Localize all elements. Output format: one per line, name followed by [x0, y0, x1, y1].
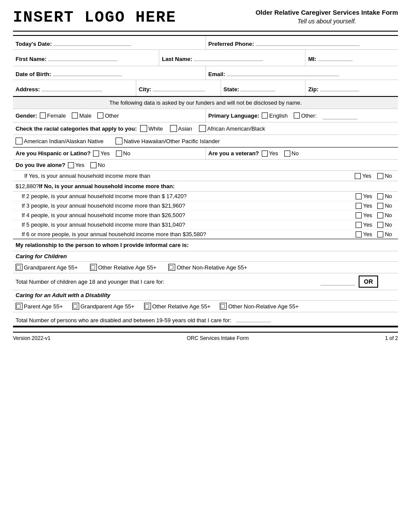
email-input[interactable]	[227, 68, 339, 76]
income-row-4-no[interactable]: No	[377, 231, 392, 237]
race-white[interactable]: White	[140, 125, 163, 132]
income-row-2-no-label: No	[385, 212, 392, 218]
gender-other-checkbox[interactable]	[97, 112, 103, 119]
mi-input[interactable]	[318, 53, 353, 61]
race-african-american[interactable]: African American/Black	[199, 125, 265, 132]
gender-female[interactable]: Female	[40, 112, 66, 119]
income-row-1-no[interactable]: No	[377, 202, 392, 209]
caring-adult-total-input[interactable]	[236, 314, 271, 322]
live-alone-no[interactable]: No	[90, 162, 105, 168]
dob-input[interactable]	[53, 68, 122, 76]
city-input[interactable]	[153, 83, 205, 91]
income-row-2-yes[interactable]: Yes	[356, 212, 372, 218]
veteran-yes-checkbox[interactable]	[262, 151, 268, 157]
last-name-input[interactable]	[194, 53, 263, 61]
income-row-0-no[interactable]: No	[377, 193, 392, 199]
caring-adult-parent-checkbox[interactable]: ☐	[16, 303, 22, 310]
caring-adult-other-relative[interactable]: ☐ Other Relative Age 55+	[144, 303, 211, 310]
income-row-3-yn: Yes No	[356, 221, 395, 228]
caring-adult-total-text: Total Number of persons who are disabled…	[16, 317, 231, 324]
race-african-american-checkbox[interactable]	[199, 125, 206, 132]
race-american-indian[interactable]: American Indian/Alaskan Native	[16, 138, 103, 144]
language-other-input[interactable]	[323, 112, 357, 119]
col-first-name: First Name:	[13, 50, 159, 66]
caring-children-total-input[interactable]	[321, 278, 355, 285]
income-row-1-no-checkbox[interactable]	[377, 203, 383, 209]
or-box: OR	[359, 276, 378, 288]
row-gender-language: Gender: Female Male Other Primary Langua…	[13, 109, 398, 122]
if-yes-yes-checkbox[interactable]	[355, 173, 361, 179]
todays-date-input[interactable]	[53, 38, 131, 46]
income-row-2-yes-checkbox[interactable]	[356, 212, 362, 218]
caring-adult-other-non-relative[interactable]: ☐ Other Non-Relative Age 55+	[220, 303, 299, 310]
caring-children-grandparent[interactable]: ☐ Grandparent Age 55+	[16, 264, 78, 271]
language-other[interactable]: Other:	[294, 112, 317, 119]
race-native-hawaiian-checkbox[interactable]	[116, 138, 122, 144]
live-alone-yes-checkbox[interactable]	[68, 162, 74, 168]
income-row-0-yes-checkbox[interactable]	[356, 193, 362, 199]
caring-adult-grandparent[interactable]: ☐ Grandparent Age 55+	[72, 303, 135, 310]
income-row-0-yes[interactable]: Yes	[356, 193, 372, 199]
language-section: Primary Language: English Other:	[206, 109, 398, 122]
last-name-label: Last Name:	[162, 56, 192, 62]
caring-children-grandparent-checkbox[interactable]: ☐	[16, 264, 22, 271]
hispanic-yes[interactable]: Yes	[93, 150, 109, 157]
income-row-1-yes[interactable]: Yes	[356, 202, 372, 209]
income-row-3-yes[interactable]: Yes	[356, 221, 372, 228]
race-american-indian-checkbox[interactable]	[16, 138, 22, 144]
race-white-checkbox[interactable]	[140, 125, 147, 132]
income-row-4-yes-checkbox[interactable]	[356, 231, 362, 237]
veteran-yes[interactable]: Yes	[262, 150, 278, 157]
income-row-0-no-checkbox[interactable]	[377, 193, 383, 199]
race-asian-checkbox[interactable]	[170, 125, 177, 132]
race-asian[interactable]: Asian	[170, 125, 193, 132]
income-row-3-no-checkbox[interactable]	[377, 222, 383, 228]
address-input[interactable]	[42, 83, 102, 91]
hispanic-yes-checkbox[interactable]	[93, 151, 99, 157]
hispanic-no-checkbox[interactable]	[116, 151, 122, 157]
gender-male[interactable]: Male	[72, 112, 91, 119]
caring-adult-other-non-relative-checkbox[interactable]: ☐	[220, 303, 227, 310]
row-name: First Name: Last Name: MI:	[13, 50, 398, 66]
language-english-checkbox[interactable]	[262, 112, 268, 119]
income-row-3-no[interactable]: No	[377, 221, 392, 228]
income-row-3-yes-checkbox[interactable]	[356, 222, 362, 228]
caring-adult-parent[interactable]: ☐ Parent Age 55+	[16, 303, 63, 310]
state-input[interactable]	[241, 83, 275, 91]
zip-input[interactable]	[320, 83, 359, 91]
caring-children-other-non-relative-checkbox[interactable]: ☐	[168, 264, 175, 271]
caring-children-other-relative-checkbox[interactable]: ☐	[90, 264, 97, 271]
gender-other[interactable]: Other	[97, 112, 119, 119]
income-row-1-yes-checkbox[interactable]	[356, 203, 362, 209]
first-name-input[interactable]	[48, 53, 117, 61]
if-yes-yes[interactable]: Yes	[355, 173, 371, 179]
city-label: City:	[139, 86, 151, 93]
caring-children-other-non-relative[interactable]: ☐ Other Non-Relative Age 55+	[168, 264, 247, 271]
hispanic-label: Are you Hispanic or Latino?	[16, 150, 90, 157]
income-row-0-text: If 2 people, is your annual household in…	[22, 193, 356, 199]
col-city: City:	[136, 80, 221, 96]
race-native-hawaiian[interactable]: Native Hawaiian/Other Pacific Islander	[116, 138, 220, 144]
primary-language-label: Primary Language:	[209, 112, 260, 119]
caring-adult-other-relative-checkbox[interactable]: ☐	[144, 303, 151, 310]
if-yes-no-checkbox[interactable]	[377, 173, 383, 179]
language-english[interactable]: English	[262, 112, 288, 119]
if-yes-no[interactable]: No	[377, 173, 392, 179]
income-row-4-no-checkbox[interactable]	[377, 231, 383, 237]
hispanic-no[interactable]: No	[116, 150, 131, 157]
language-other-checkbox[interactable]	[294, 112, 300, 119]
preferred-phone-input[interactable]	[256, 38, 360, 46]
gender-female-checkbox[interactable]	[40, 112, 46, 119]
veteran-no[interactable]: No	[284, 150, 299, 157]
live-alone-yes[interactable]: Yes	[68, 162, 84, 168]
veteran-no-checkbox[interactable]	[284, 151, 290, 157]
caring-children-other-relative[interactable]: ☐ Other Relative Age 55+	[90, 264, 157, 271]
income-row-2-no[interactable]: No	[377, 212, 392, 218]
gender-male-checkbox[interactable]	[72, 112, 78, 119]
income-row-4-yes[interactable]: Yes	[356, 231, 372, 237]
caring-adult-title-row: Caring for an Adult with a Disability	[13, 290, 398, 301]
live-alone-no-checkbox[interactable]	[90, 162, 96, 168]
income-row-2-no-checkbox[interactable]	[377, 212, 383, 218]
caring-adult-grandparent-checkbox[interactable]: ☐	[72, 303, 79, 310]
income-row-2-yes-label: Yes	[363, 212, 372, 218]
